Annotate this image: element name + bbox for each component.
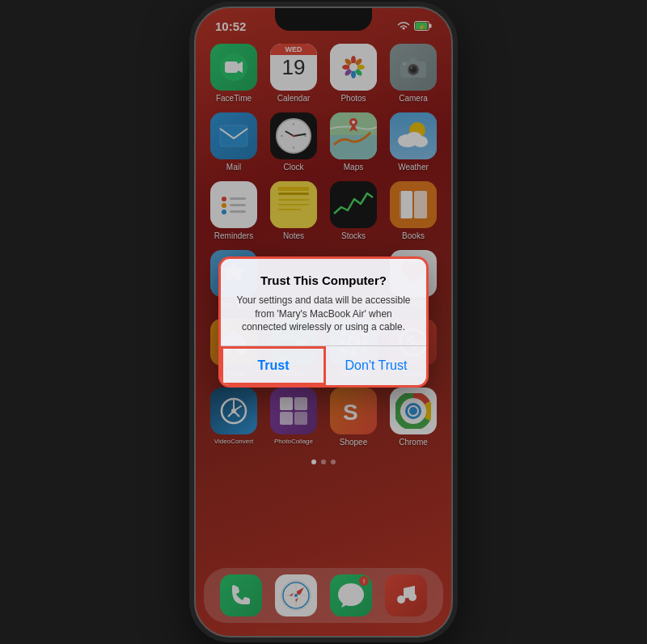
alert-message: Your settings and data will be accessibl… bbox=[234, 294, 413, 334]
alert-title: Trust This Computer? bbox=[234, 273, 413, 287]
alert-box: Trust This Computer? Your settings and d… bbox=[218, 256, 429, 388]
dont-trust-button[interactable]: Don't Trust bbox=[326, 346, 426, 385]
alert-buttons: Trust Don't Trust bbox=[221, 345, 426, 385]
alert-content: Trust This Computer? Your settings and d… bbox=[221, 259, 426, 345]
alert-overlay: Trust This Computer? Your settings and d… bbox=[196, 8, 451, 636]
trust-button[interactable]: Trust bbox=[221, 346, 326, 385]
notch bbox=[275, 8, 372, 31]
phone-frame: 10:52 ⚡ bbox=[194, 6, 453, 638]
